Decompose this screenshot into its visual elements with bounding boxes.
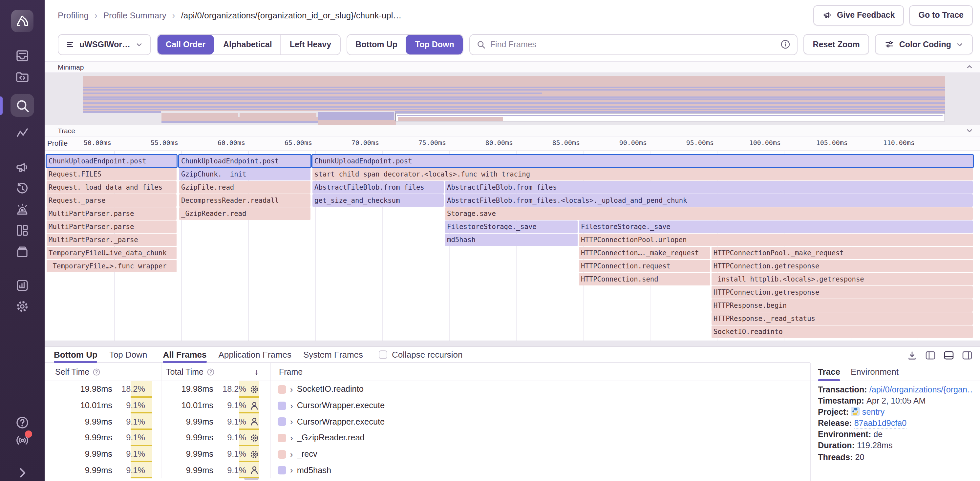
time-ruler[interactable]: Profile 50.00ms55.00ms60.00ms65.00ms70.0… xyxy=(45,137,980,151)
flame-frame[interactable]: _TemporaryFile…>.func_wrapper xyxy=(47,260,177,272)
flame-frame[interactable]: GzipChunk.__init__ xyxy=(179,168,310,180)
flame-frame[interactable]: ChunkUploadEndpoint.post xyxy=(312,155,973,167)
flame-frame[interactable]: MultiPartParser.parse xyxy=(47,221,177,233)
tab-application-frames[interactable]: Application Frames xyxy=(218,347,291,362)
flame-frame[interactable]: FilestoreStorage._save xyxy=(579,221,973,233)
info-icon[interactable] xyxy=(781,40,791,49)
flame-frame[interactable]: get_size_and_checksum xyxy=(312,194,444,206)
layout-bottom-panel-icon[interactable] xyxy=(944,351,954,359)
breadcrumb-profile-summary[interactable]: Profile Summary xyxy=(103,10,166,20)
panel-resizer[interactable] xyxy=(45,341,980,347)
help-icon[interactable] xyxy=(14,415,30,430)
flame-frame[interactable]: Request._load_data_and_files xyxy=(47,181,177,193)
alerts-siren-icon[interactable] xyxy=(14,202,30,218)
tab-call-order[interactable]: Call Order xyxy=(157,35,214,54)
table-row[interactable]: 10.01ms9.1%10.01ms9.1%›CursorWrapper.exe… xyxy=(45,397,810,413)
tab-left-heavy[interactable]: Left Heavy xyxy=(281,35,340,54)
crons-archive-icon[interactable] xyxy=(14,244,30,260)
detail-value[interactable]: 87aab1d9cfa0 xyxy=(854,419,907,429)
flame-frame[interactable]: MultiPartParser.parse xyxy=(47,207,177,219)
tab-all-frames[interactable]: All Frames xyxy=(163,347,207,362)
flame-frame[interactable]: AbstractFileBlob.from_files.<locals>._up… xyxy=(445,194,973,206)
self-time-column-header[interactable]: Self Time xyxy=(45,363,161,381)
settings-gear-icon[interactable] xyxy=(14,298,30,314)
flame-frame[interactable]: _install_httplib.<locals>.getresponse xyxy=(711,273,973,285)
flame-frame[interactable]: Request.FILES xyxy=(47,168,177,180)
expand-chevron-icon[interactable]: › xyxy=(290,449,293,459)
feedback-megaphone-icon[interactable] xyxy=(14,160,30,176)
minimap-canvas[interactable] xyxy=(45,73,980,125)
explore-search-icon[interactable] xyxy=(14,98,30,114)
expand-chevron-icon[interactable]: › xyxy=(290,384,293,394)
flame-frame[interactable]: HTTPConnection.getresponse xyxy=(711,286,973,298)
tab-bottom-up[interactable]: Bottom Up xyxy=(54,347,97,362)
flame-frame[interactable]: HTTPConnection.send xyxy=(579,273,710,285)
collapse-minimap-icon[interactable] xyxy=(966,63,974,71)
detail-value[interactable]: sentry xyxy=(862,408,885,417)
search-input[interactable] xyxy=(490,40,776,49)
table-row[interactable]: 9.99ms9.1%9.99ms9.1%›CursorWrapper.execu… xyxy=(45,414,810,430)
tab-top-down[interactable]: Top Down xyxy=(406,35,463,54)
flame-frame[interactable]: HTTPConnection…._make_request xyxy=(579,247,710,259)
dashboards-icon[interactable] xyxy=(14,222,30,238)
layout-right-panel-icon[interactable] xyxy=(962,351,972,359)
thread-selector[interactable]: uWSGIWor… xyxy=(58,34,151,55)
collapse-trace-icon[interactable] xyxy=(966,127,974,135)
issues-icon[interactable] xyxy=(14,48,30,63)
flame-frame[interactable]: HTTPConnection.request xyxy=(579,260,710,272)
flame-frame[interactable]: FilestoreStorage._save xyxy=(445,221,578,233)
metrics-icon[interactable] xyxy=(14,125,30,141)
detail-value[interactable]: /api/0/organizations/{organ… xyxy=(869,385,972,394)
sort-descending-icon[interactable]: ↓ xyxy=(255,367,270,377)
flame-frame[interactable]: GzipFile.read xyxy=(179,181,310,193)
flame-frame[interactable]: AbstractFileBlob.from_files xyxy=(445,181,973,193)
tab-alphabetical[interactable]: Alphabetical xyxy=(214,35,281,54)
releases-clock-icon[interactable] xyxy=(14,181,30,197)
flame-frame[interactable]: HTTPConnection.getresponse xyxy=(711,260,973,272)
flame-frame[interactable]: MultiPartParser._parse xyxy=(47,233,177,246)
table-row[interactable]: 19.98ms18.2%19.98ms18.2%›SocketIO.readin… xyxy=(45,381,810,397)
tab-top-down[interactable]: Top Down xyxy=(109,347,147,362)
flame-frame[interactable]: AbstractFileBlob.from_files xyxy=(312,181,444,193)
collapse-recursion-checkbox[interactable] xyxy=(379,351,387,359)
flame-frame[interactable]: HTTPConnectionPool.urlopen xyxy=(579,233,973,246)
flame-frame[interactable]: Request._parse xyxy=(47,194,177,206)
tab-system-frames[interactable]: System Frames xyxy=(303,347,363,362)
table-row[interactable]: 9.99ms9.1%9.99ms9.1%›_GzipReader.read xyxy=(45,430,810,446)
flame-frame[interactable]: _GzipReader.read xyxy=(179,207,310,219)
table-row[interactable]: 9.99ms9.1%9.99ms9.1%›md5hash xyxy=(45,462,810,478)
breadcrumb-profiling[interactable]: Profiling xyxy=(58,10,89,20)
question-info-icon[interactable] xyxy=(92,368,100,376)
flame-frame[interactable]: HTTPConnectionPool._make_request xyxy=(711,247,973,259)
tab-trace[interactable]: Trace xyxy=(818,363,840,381)
sentry-logo-icon[interactable] xyxy=(11,10,33,32)
table-row[interactable]: 9.99ms9.1%9.99ms9.1%›_recv xyxy=(45,446,810,462)
give-feedback-button[interactable]: Give Feedback xyxy=(813,5,904,25)
flame-frame[interactable]: TemporaryFileU…ive_data_chunk xyxy=(47,247,177,259)
horizontal-scrollbar-thumb[interactable] xyxy=(244,478,259,480)
expand-chevron-icon[interactable]: › xyxy=(290,433,293,443)
reset-zoom-button[interactable]: Reset Zoom xyxy=(804,34,869,54)
layout-left-panel-icon[interactable] xyxy=(926,351,935,359)
flame-frame[interactable]: HTTPResponse._read_status xyxy=(711,312,973,324)
question-info-icon[interactable] xyxy=(207,368,215,376)
flame-frame[interactable]: start_child_span_decorator.<locals>.func… xyxy=(312,168,973,180)
expand-chevron-icon[interactable]: › xyxy=(290,465,293,475)
frame-column-header[interactable]: Frame xyxy=(271,363,810,381)
tab-environment[interactable]: Environment xyxy=(851,363,899,381)
flame-frame[interactable]: SocketIO.readinto xyxy=(711,325,973,338)
export-download-icon[interactable] xyxy=(907,350,917,360)
flame-frame[interactable]: DecompressReader.readall xyxy=(179,194,310,206)
total-time-column-header[interactable]: Total Time ↓ xyxy=(161,363,271,381)
flame-frame[interactable]: md5hash xyxy=(445,233,578,246)
expand-chevron-icon[interactable]: › xyxy=(290,417,293,427)
expand-sidebar-icon[interactable] xyxy=(14,465,30,480)
collapse-recursion-toggle[interactable]: Collapse recursion xyxy=(379,350,463,360)
projects-icon[interactable] xyxy=(14,69,30,85)
flame-frame[interactable]: Storage.save xyxy=(445,207,973,219)
expand-chevron-icon[interactable]: › xyxy=(290,401,293,410)
color-coding-button[interactable]: Color Coding xyxy=(875,34,973,54)
flame-frame[interactable]: HTTPResponse.begin xyxy=(711,299,973,311)
go-to-trace-button[interactable]: Go to Trace xyxy=(909,5,973,25)
stats-icon[interactable] xyxy=(14,278,30,293)
